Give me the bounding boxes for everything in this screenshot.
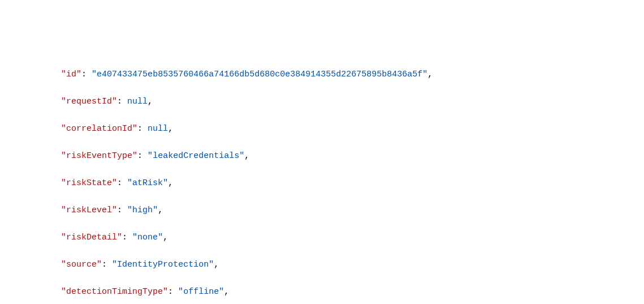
json-line-id: "id": "e407433475eb8535760466a74166db5d6…: [0, 68, 644, 82]
json-line-risklevel: "riskLevel": "high",: [0, 204, 644, 217]
json-line-detectiontimingtype: "detectionTimingType": "offline",: [0, 285, 644, 299]
json-line-requestid: "requestId": null,: [0, 95, 644, 109]
json-line-source: "source": "IdentityProtection",: [0, 258, 644, 272]
json-line-riskeventtype: "riskEventType": "leakedCredentials",: [0, 149, 644, 163]
json-line-riskdetail: "riskDetail": "none",: [0, 231, 644, 245]
json-line-correlationid: "correlationId": null,: [0, 122, 644, 136]
json-line-riskstate: "riskState": "atRisk",: [0, 177, 644, 190]
json-code-block: "id": "e407433475eb8535760466a74166db5d6…: [0, 54, 644, 304]
